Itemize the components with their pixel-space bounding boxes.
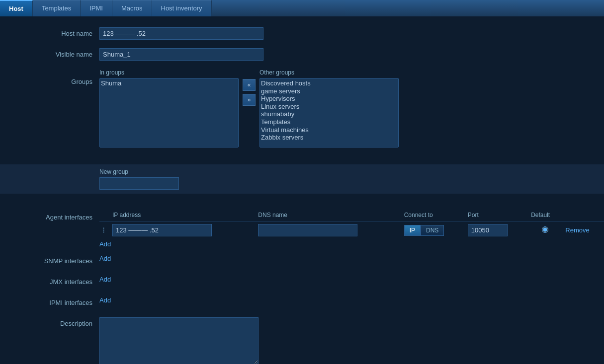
host-name-label: Host name — [0, 27, 99, 37]
jmx-interfaces-label: JMX interfaces — [0, 276, 99, 286]
agent-interfaces-row: Agent interfaces IP address DNS name Con… — [0, 211, 604, 248]
new-group-label: New group — [99, 168, 604, 175]
other-groups-container: Other groups Discovered hosts game serve… — [259, 69, 399, 147]
tab-templates[interactable]: Templates — [33, 0, 81, 16]
interfaces-table: IP address DNS name Connect to Port Defa… — [99, 211, 604, 238]
tab-bar: Host Templates IPMI Macros Host inventor… — [0, 0, 604, 17]
default-radio[interactable] — [542, 226, 548, 233]
move-handle-icon[interactable]: ⁝ — [102, 226, 105, 234]
add-jmx-link[interactable]: Add — [99, 276, 111, 283]
col-port-header: Port — [465, 211, 528, 222]
add-snmp-link[interactable]: Add — [99, 255, 111, 262]
groups-control: In groups Shuma « » Other groups Discove… — [99, 69, 604, 147]
description-control — [99, 317, 604, 364]
new-group-input[interactable] — [99, 177, 179, 190]
col-connect-header: Connect to — [401, 211, 465, 222]
port-input[interactable] — [468, 224, 508, 236]
connect-dns-button[interactable]: DNS — [421, 225, 444, 236]
groups-row: Groups In groups Shuma « » Other groups … — [0, 69, 604, 147]
visible-name-label: Visible name — [0, 48, 99, 58]
other-groups-label: Other groups — [259, 69, 399, 76]
connect-buttons: IP DNS — [404, 225, 462, 236]
other-groups-list[interactable]: Discovered hosts game servers Hypervisor… — [259, 78, 399, 147]
host-name-input[interactable] — [99, 27, 263, 40]
groups-label: Groups — [0, 69, 99, 85]
col-ip-header: IP address — [109, 211, 255, 222]
description-row: Description — [0, 317, 604, 364]
agent-interfaces-control: IP address DNS name Connect to Port Defa… — [99, 211, 604, 248]
jmx-interfaces-control: Add — [99, 276, 604, 283]
agent-interface-row: ⁝ IP DNS — [99, 222, 604, 239]
host-name-row: Host name — [0, 27, 604, 41]
main-content-2: Agent interfaces IP address DNS name Con… — [0, 201, 604, 364]
agent-interfaces-label: Agent interfaces — [0, 211, 99, 221]
in-groups-list[interactable]: Shuma — [99, 78, 239, 147]
dns-name-input[interactable] — [258, 224, 357, 236]
col-default-header: Default — [528, 211, 562, 222]
in-groups-container: In groups Shuma — [99, 69, 239, 147]
ip-address-input[interactable] — [112, 224, 212, 236]
visible-name-input[interactable] — [99, 48, 263, 61]
visible-name-control — [99, 48, 604, 61]
tab-ipmi[interactable]: IPMI — [81, 0, 112, 16]
tab-macros[interactable]: Macros — [112, 0, 152, 16]
description-textarea[interactable] — [99, 317, 259, 364]
arrow-buttons: « » — [243, 69, 256, 106]
new-group-section: New group — [0, 164, 604, 194]
move-left-button[interactable]: « — [243, 79, 256, 91]
ipmi-interfaces-control: Add — [99, 296, 604, 304]
tab-host-inventory[interactable]: Host inventory — [152, 0, 212, 16]
main-content: Host name Visible name Groups In groups … — [0, 17, 604, 164]
host-name-control — [99, 27, 604, 40]
remove-link[interactable]: Remove — [565, 226, 589, 234]
in-groups-label: In groups — [99, 69, 239, 76]
snmp-interfaces-control: Add — [99, 255, 604, 262]
move-right-button[interactable]: » — [243, 94, 256, 106]
visible-name-row: Visible name — [0, 48, 604, 62]
col-dns-header: DNS name — [255, 211, 401, 222]
add-ipmi-link[interactable]: Add — [99, 296, 111, 304]
connect-ip-button[interactable]: IP — [404, 225, 421, 236]
description-label: Description — [0, 317, 99, 327]
snmp-interfaces-label: SNMP interfaces — [0, 255, 99, 265]
tab-host[interactable]: Host — [0, 0, 33, 16]
jmx-interfaces-row: JMX interfaces Add — [0, 276, 604, 290]
add-agent-interface-link[interactable]: Add — [99, 240, 111, 248]
ipmi-interfaces-row: IPMI interfaces Add — [0, 296, 604, 310]
snmp-interfaces-row: SNMP interfaces Add — [0, 255, 604, 269]
ipmi-interfaces-label: IPMI interfaces — [0, 296, 99, 306]
